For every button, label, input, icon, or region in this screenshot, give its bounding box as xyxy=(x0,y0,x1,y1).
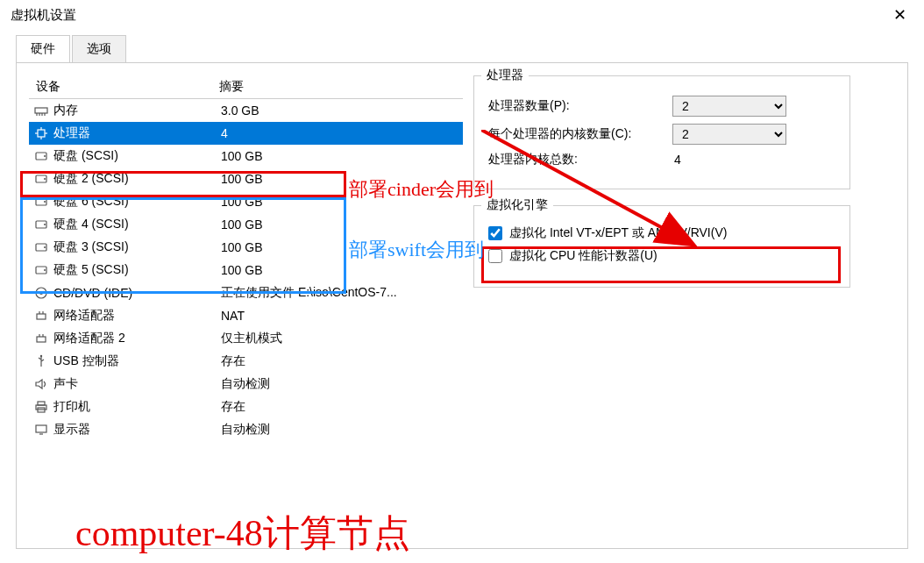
processor-group-title: 处理器 xyxy=(481,68,529,83)
device-summary: 正在使用文件 E:\iso\CentOS-7... xyxy=(221,285,463,301)
device-summary: 自动检测 xyxy=(221,422,463,438)
tab-options[interactable]: 选项 xyxy=(72,35,126,62)
device-row[interactable]: 声卡自动检测 xyxy=(29,373,463,396)
net-icon xyxy=(32,309,50,323)
svg-rect-0 xyxy=(35,108,47,113)
tab-hardware[interactable]: 硬件 xyxy=(16,35,70,62)
disk-icon xyxy=(32,195,50,209)
device-summary: 100 GB xyxy=(221,263,463,277)
svg-point-17 xyxy=(44,224,46,225)
device-row[interactable]: 硬盘 (SCSI)100 GB xyxy=(29,145,463,167)
virtualization-group-title: 虚拟化引擎 xyxy=(481,197,553,213)
disk-icon xyxy=(32,263,50,277)
device-summary: 100 GB xyxy=(221,217,463,232)
cpu-perf-label: 虚拟化 CPU 性能计数器(U) xyxy=(509,248,657,264)
device-summary: 3.0 GB xyxy=(221,103,463,118)
device-summary: 100 GB xyxy=(221,240,463,254)
svg-rect-5 xyxy=(38,130,45,137)
device-name: 硬盘 3 (SCSI) xyxy=(50,239,221,255)
cpu-perf-checkbox[interactable] xyxy=(488,249,502,263)
device-name: USB 控制器 xyxy=(50,353,221,369)
svg-rect-27 xyxy=(37,337,46,342)
total-cores-label: 处理器内核总数: xyxy=(488,152,672,167)
device-summary: 自动检测 xyxy=(221,376,463,392)
device-name: 硬盘 (SCSI) xyxy=(50,148,221,164)
svg-point-13 xyxy=(44,178,46,180)
device-list-panel: 设备 摘要 内存3.0 GB处理器4硬盘 (SCSI)100 GB硬盘 2 (S… xyxy=(29,75,463,441)
device-row[interactable]: 内存3.0 GB xyxy=(29,99,463,122)
vtx-checkbox[interactable] xyxy=(488,226,502,240)
device-summary: NAT xyxy=(221,309,463,323)
svg-rect-34 xyxy=(36,425,46,432)
cores-per-processor-label: 每个处理器的内核数量(C): xyxy=(488,126,672,142)
header-summary: 摘要 xyxy=(219,79,461,95)
device-summary: 100 GB xyxy=(221,195,463,209)
disk-icon xyxy=(32,172,50,186)
cd-icon xyxy=(32,286,50,300)
svg-point-11 xyxy=(44,155,46,157)
device-name: 网络适配器 xyxy=(50,308,221,324)
virtualization-group: 虚拟化引擎 虚拟化 Intel VT-x/EPT 或 AMD-V/RVI(V) … xyxy=(473,205,850,288)
cores-per-processor-select[interactable]: 2 xyxy=(672,124,786,145)
device-row[interactable]: 硬盘 3 (SCSI)100 GB xyxy=(29,236,463,259)
device-name: 硬盘 2 (SCSI) xyxy=(50,171,221,187)
processors-count-label: 处理器数量(P): xyxy=(488,98,672,114)
device-name: CD/DVD (IDE) xyxy=(50,286,221,300)
memory-icon xyxy=(32,103,50,118)
device-row[interactable]: 网络适配器 2仅主机模式 xyxy=(29,327,463,350)
device-summary: 存在 xyxy=(221,399,463,415)
svg-point-15 xyxy=(44,201,46,203)
svg-point-21 xyxy=(44,269,46,271)
device-row[interactable]: 打印机存在 xyxy=(29,396,463,418)
detail-panel: 处理器 处理器数量(P): 2 每个处理器的内核数量(C): 2 处理器内 xyxy=(473,75,850,303)
device-row[interactable]: 硬盘 5 (SCSI)100 GB xyxy=(29,259,463,282)
device-row[interactable]: 硬盘 4 (SCSI)100 GB xyxy=(29,213,463,236)
device-name: 显示器 xyxy=(50,422,221,438)
total-cores-value: 4 xyxy=(672,153,835,167)
device-table-header: 设备 摘要 xyxy=(29,75,463,99)
display-icon xyxy=(32,423,50,437)
disk-icon xyxy=(32,217,50,232)
device-row[interactable]: CD/DVD (IDE)正在使用文件 E:\iso\CentOS-7... xyxy=(29,282,463,304)
net-icon xyxy=(32,331,50,346)
processor-group: 处理器 处理器数量(P): 2 每个处理器的内核数量(C): 2 处理器内 xyxy=(473,75,850,189)
svg-rect-31 xyxy=(38,402,45,405)
device-name: 硬盘 5 (SCSI) xyxy=(50,262,221,278)
settings-panel: 设备 摘要 内存3.0 GB处理器4硬盘 (SCSI)100 GB硬盘 2 (S… xyxy=(16,62,908,549)
disk-icon xyxy=(32,149,50,163)
device-row[interactable]: USB 控制器存在 xyxy=(29,350,463,373)
device-summary: 100 GB xyxy=(221,149,463,163)
device-row[interactable]: 硬盘 2 (SCSI)100 GB xyxy=(29,167,463,190)
titlebar: 虚拟机设置 ✕ xyxy=(0,0,924,30)
header-device: 设备 xyxy=(31,79,219,95)
svg-point-23 xyxy=(40,292,43,295)
close-icon[interactable]: ✕ xyxy=(886,5,913,25)
device-name: 声卡 xyxy=(50,376,221,392)
printer-icon xyxy=(32,400,50,414)
disk-icon xyxy=(32,240,50,254)
device-name: 硬盘 6 (SCSI) xyxy=(50,194,221,210)
device-row[interactable]: 显示器自动检测 xyxy=(29,418,463,441)
device-summary: 4 xyxy=(221,126,463,140)
device-row[interactable]: 硬盘 6 (SCSI)100 GB xyxy=(29,190,463,213)
window-title: 虚拟机设置 xyxy=(11,7,76,24)
vtx-label: 虚拟化 Intel VT-x/EPT 或 AMD-V/RVI(V) xyxy=(509,225,727,241)
device-summary: 存在 xyxy=(221,353,463,369)
cpu-icon xyxy=(32,126,50,140)
device-summary: 仅主机模式 xyxy=(221,331,463,346)
tab-strip: 硬件 选项 xyxy=(0,30,924,62)
device-summary: 100 GB xyxy=(221,172,463,186)
device-name: 内存 xyxy=(50,103,221,118)
device-name: 处理器 xyxy=(50,125,221,141)
sound-icon xyxy=(32,377,50,391)
device-row[interactable]: 处理器4 xyxy=(29,122,463,145)
device-row[interactable]: 网络适配器NAT xyxy=(29,304,463,327)
usb-icon xyxy=(32,354,50,368)
svg-point-30 xyxy=(40,355,42,357)
processors-count-select[interactable]: 2 xyxy=(672,96,786,117)
device-name: 网络适配器 2 xyxy=(50,331,221,346)
svg-rect-24 xyxy=(37,314,46,319)
svg-point-22 xyxy=(36,288,46,298)
device-name: 打印机 xyxy=(50,399,221,415)
device-name: 硬盘 4 (SCSI) xyxy=(50,217,221,232)
